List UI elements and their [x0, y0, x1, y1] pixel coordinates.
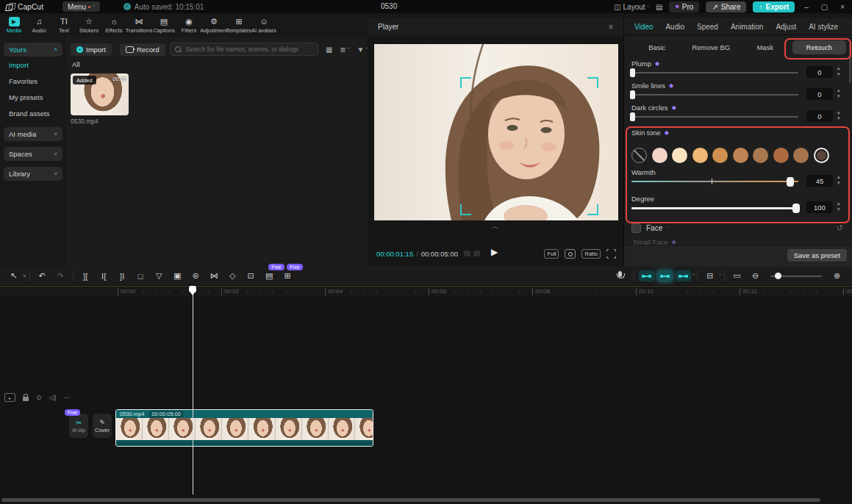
preview-link-toggle[interactable] — [676, 270, 691, 281]
sidebar-group-library[interactable]: Library˅ — [4, 167, 62, 181]
sidebar-group-spaces[interactable]: Spaces˅ — [4, 147, 62, 161]
preview-viewport[interactable] — [374, 44, 618, 220]
skin-tone-swatch[interactable] — [753, 148, 768, 163]
import-button[interactable]: + Import — [71, 43, 112, 56]
ribbon-tool-audio[interactable]: ♫Audio — [26, 17, 51, 34]
skin-tone-swatch[interactable] — [814, 148, 829, 163]
ribbon-tool-ai-avatars[interactable]: ☺AI avatars — [251, 17, 276, 34]
ribbon-tool-transitions[interactable]: ⋈Transitions — [126, 17, 151, 34]
subtab-basic[interactable]: Basic — [630, 40, 684, 54]
slider-handle[interactable] — [630, 112, 635, 121]
sidebar-item-my-presets[interactable]: My presets — [4, 89, 62, 105]
menu-button[interactable]: Menu ˇ — [62, 1, 100, 12]
player-menu-icon[interactable]: ≡ — [609, 23, 613, 31]
warmth-slider[interactable] — [631, 181, 798, 182]
search-input[interactable] — [185, 45, 313, 54]
ratio-button[interactable]: Ratio — [581, 249, 601, 259]
delete-left-icon[interactable]: I[ — [95, 269, 113, 284]
filter-icon[interactable]: ▼ˇ — [357, 46, 368, 54]
split-icon[interactable]: ][ — [76, 269, 95, 284]
timeline-video-clip[interactable]: 0530.mp4 00:00:05:00 — [115, 409, 373, 447]
play-button[interactable]: ▶ — [491, 247, 498, 257]
save-as-preset-button[interactable]: Save as preset — [787, 249, 847, 262]
subtab-remove-bg[interactable]: Remove BG — [684, 40, 739, 54]
skin-tone-swatch[interactable] — [773, 148, 789, 163]
tab-audio[interactable]: Audio — [665, 23, 684, 31]
tab-animation[interactable]: Animation — [731, 23, 763, 31]
more-options-icon[interactable]: ⋯ — [63, 394, 70, 401]
ribbon-tool-filters[interactable]: ◉Filters — [176, 17, 201, 34]
full-button[interactable]: Full — [544, 249, 559, 259]
export-button[interactable]: ↑Export — [753, 1, 795, 12]
tab-adjust[interactable]: Adjust — [776, 23, 796, 31]
tab-video[interactable]: Video — [634, 23, 653, 31]
chevron-up-icon[interactable]: ˋ — [667, 225, 670, 231]
cover-button[interactable]: ✎ Cover — [93, 414, 112, 438]
auto-captions-icon[interactable]: ▤Free — [260, 269, 279, 284]
plump-slider[interactable] — [631, 72, 798, 73]
redo-icon[interactable]: ↷ — [51, 269, 70, 284]
ribbon-tool-captions[interactable]: ▤Captions — [151, 17, 176, 34]
degree-slider-handle[interactable] — [792, 204, 800, 213]
overlay-icon[interactable]: ▣ — [168, 269, 187, 284]
degree-stepper[interactable]: ▴▾ — [837, 201, 840, 212]
slider-handle[interactable] — [630, 68, 635, 77]
face-section-label[interactable]: Face — [646, 224, 662, 232]
voiceover-mic-icon[interactable] — [617, 271, 623, 281]
shortcuts-icon[interactable]: ▤ — [656, 3, 662, 11]
skin-tone-none-swatch[interactable] — [631, 148, 647, 163]
skin-tone-swatch[interactable] — [652, 148, 667, 163]
reset-icon[interactable]: ↺ — [837, 223, 843, 233]
slider-value[interactable]: 0 — [806, 88, 833, 100]
record-button[interactable]: Record — [120, 43, 165, 56]
mask-icon[interactable]: ▽ — [150, 269, 168, 284]
zoom-out-icon[interactable]: ⊖ — [746, 269, 765, 284]
warmth-slider-handle[interactable] — [787, 177, 794, 187]
slider-value[interactable]: 0 — [806, 110, 833, 122]
skin-tone-swatch[interactable] — [793, 148, 809, 163]
preview-quality-icon[interactable]: ▭ — [728, 269, 746, 284]
timeline-ruler[interactable]: 00:0000:0200:0400:0600:0800:1000:1200:14 — [0, 286, 852, 297]
extract-audio-icon[interactable]: ⊞Free — [279, 269, 297, 284]
playhead-handle[interactable] — [189, 286, 196, 292]
track-mode-icon[interactable]: ⊟ — [701, 269, 719, 284]
grid-view-icon[interactable]: ▦ — [326, 46, 332, 54]
degree-value[interactable]: 100 — [806, 201, 833, 213]
magnet-snap-toggle[interactable] — [657, 270, 673, 281]
slider-value[interactable]: 0 — [806, 66, 833, 78]
tab-ai-stylize[interactable]: AI stylize — [809, 23, 838, 31]
delete-icon[interactable]: □ — [132, 269, 150, 284]
tab-speed[interactable]: Speed — [697, 23, 718, 31]
sort-icon[interactable]: ≣ˇ — [340, 46, 349, 54]
speed-icon[interactable]: ⊚ — [187, 269, 205, 284]
slider-stepper[interactable]: ▴▾ — [837, 109, 840, 121]
drawer-handle-icon[interactable]: ︿ — [485, 222, 506, 231]
next-frame-icon[interactable] — [473, 251, 480, 256]
sidebar-item-favorites[interactable]: Favorites — [4, 73, 62, 89]
maximize-button[interactable]: ▢ — [818, 3, 831, 11]
close-button[interactable]: × — [837, 3, 848, 11]
degree-slider[interactable] — [631, 207, 798, 209]
prev-frame-icon[interactable] — [464, 251, 470, 256]
sidebar-group-yours[interactable]: Yours˄ — [4, 43, 62, 57]
ribbon-tool-text[interactable]: TIText — [51, 17, 76, 34]
zoom-slider-handle[interactable] — [775, 273, 781, 279]
chevron-down-icon[interactable]: ˇ — [692, 273, 695, 279]
subtab-mask[interactable]: Mask — [738, 40, 792, 54]
horizontal-scrollbar[interactable] — [1, 498, 820, 502]
ribbon-tool-stickers[interactable]: ☆Stickers — [76, 17, 101, 34]
slider-handle[interactable] — [630, 90, 635, 99]
skin-tone-swatch[interactable] — [692, 148, 708, 163]
skin-tone-swatch[interactable] — [733, 148, 748, 163]
zoom-fit-icon[interactable] — [565, 249, 576, 259]
playhead[interactable] — [193, 286, 193, 494]
skin-tone-swatch[interactable] — [672, 148, 687, 163]
ai-clip-button[interactable]: Free ✂ AI clip — [69, 414, 88, 438]
face-checkbox[interactable] — [631, 223, 641, 233]
lock-icon[interactable] — [23, 397, 29, 401]
warmth-stepper[interactable]: ▴▾ — [837, 174, 840, 186]
zoom-in-icon[interactable]: ⊕ — [828, 269, 846, 284]
chevron-down-icon[interactable]: ˇ — [719, 273, 721, 279]
sidebar-group-ai-media[interactable]: AI media˅ — [4, 127, 62, 141]
mirror-icon[interactable]: ⋈ — [205, 269, 223, 284]
